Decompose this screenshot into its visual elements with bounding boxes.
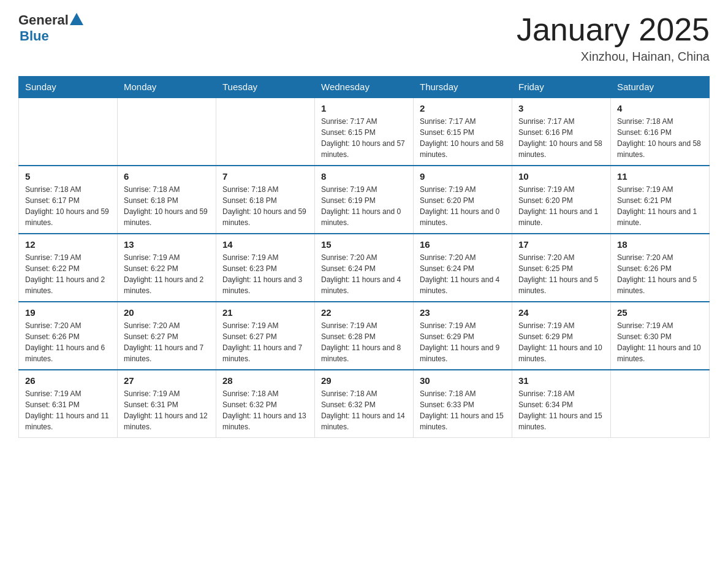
cell-day-number: 5 (25, 171, 111, 182)
calendar-header-row: Sunday Monday Tuesday Wednesday Thursday… (19, 77, 710, 98)
calendar-week-row: 1Sunrise: 7:17 AMSunset: 6:15 PMDaylight… (19, 98, 710, 166)
cell-info-text: Sunrise: 7:19 AMSunset: 6:22 PMDaylight:… (124, 252, 210, 296)
cell-day-number: 2 (420, 103, 506, 113)
table-row: 26Sunrise: 7:19 AMSunset: 6:31 PMDayligh… (19, 370, 118, 438)
cell-info-text: Sunrise: 7:20 AMSunset: 6:24 PMDaylight:… (420, 252, 506, 296)
svg-marker-0 (70, 13, 83, 25)
calendar-week-row: 26Sunrise: 7:19 AMSunset: 6:31 PMDayligh… (19, 370, 710, 438)
col-wednesday: Wednesday (315, 77, 414, 98)
cell-day-number: 22 (321, 307, 407, 318)
cell-info-text: Sunrise: 7:19 AMSunset: 6:28 PMDaylight:… (321, 320, 407, 364)
cell-day-number: 16 (420, 239, 506, 250)
col-monday: Monday (118, 77, 216, 98)
cell-day-number: 20 (124, 307, 210, 318)
col-thursday: Thursday (414, 77, 512, 98)
cell-info-text: Sunrise: 7:18 AMSunset: 6:16 PMDaylight:… (617, 116, 703, 160)
cell-day-number: 10 (518, 171, 604, 182)
table-row: 28Sunrise: 7:18 AMSunset: 6:32 PMDayligh… (216, 370, 315, 438)
page-header: General Blue January 2025 Xinzhou, Haina… (18, 12, 710, 64)
cell-day-number: 28 (222, 375, 308, 386)
cell-day-number: 27 (124, 375, 210, 386)
cell-day-number: 26 (25, 375, 111, 386)
cell-day-number: 25 (617, 307, 703, 318)
table-row: 25Sunrise: 7:19 AMSunset: 6:30 PMDayligh… (611, 302, 710, 370)
cell-day-number: 18 (617, 239, 703, 250)
cell-info-text: Sunrise: 7:18 AMSunset: 6:18 PMDaylight:… (124, 184, 210, 228)
cell-info-text: Sunrise: 7:17 AMSunset: 6:16 PMDaylight:… (518, 116, 604, 160)
cell-info-text: Sunrise: 7:19 AMSunset: 6:29 PMDaylight:… (518, 320, 604, 364)
table-row: 10Sunrise: 7:19 AMSunset: 6:20 PMDayligh… (512, 166, 611, 234)
logo-triangle-icon (70, 13, 83, 25)
cell-day-number: 4 (617, 103, 703, 113)
table-row: 9Sunrise: 7:19 AMSunset: 6:20 PMDaylight… (414, 166, 512, 234)
logo-text-blue: Blue (20, 28, 49, 44)
table-row: 17Sunrise: 7:20 AMSunset: 6:25 PMDayligh… (512, 234, 611, 302)
cell-day-number: 1 (321, 103, 407, 113)
cell-info-text: Sunrise: 7:19 AMSunset: 6:31 PMDaylight:… (124, 388, 210, 432)
table-row (216, 98, 315, 166)
table-row: 30Sunrise: 7:18 AMSunset: 6:33 PMDayligh… (414, 370, 512, 438)
cell-day-number: 23 (420, 307, 506, 318)
cell-info-text: Sunrise: 7:20 AMSunset: 6:27 PMDaylight:… (124, 320, 210, 364)
cell-info-text: Sunrise: 7:18 AMSunset: 6:32 PMDaylight:… (321, 388, 407, 432)
table-row: 1Sunrise: 7:17 AMSunset: 6:15 PMDaylight… (315, 98, 414, 166)
cell-info-text: Sunrise: 7:18 AMSunset: 6:34 PMDaylight:… (518, 388, 604, 432)
title-block: January 2025 Xinzhou, Hainan, China (517, 12, 710, 64)
table-row (19, 98, 118, 166)
cell-day-number: 13 (124, 239, 210, 250)
table-row: 12Sunrise: 7:19 AMSunset: 6:22 PMDayligh… (19, 234, 118, 302)
calendar-table: Sunday Monday Tuesday Wednesday Thursday… (18, 76, 710, 438)
table-row: 15Sunrise: 7:20 AMSunset: 6:24 PMDayligh… (315, 234, 414, 302)
cell-day-number: 30 (420, 375, 506, 386)
table-row (118, 98, 216, 166)
cell-info-text: Sunrise: 7:20 AMSunset: 6:25 PMDaylight:… (518, 252, 604, 296)
cell-day-number: 15 (321, 239, 407, 250)
cell-info-text: Sunrise: 7:18 AMSunset: 6:17 PMDaylight:… (25, 184, 111, 228)
table-row: 23Sunrise: 7:19 AMSunset: 6:29 PMDayligh… (414, 302, 512, 370)
col-saturday: Saturday (611, 77, 710, 98)
table-row: 19Sunrise: 7:20 AMSunset: 6:26 PMDayligh… (19, 302, 118, 370)
calendar-week-row: 12Sunrise: 7:19 AMSunset: 6:22 PMDayligh… (19, 234, 710, 302)
cell-day-number: 17 (518, 239, 604, 250)
table-row: 27Sunrise: 7:19 AMSunset: 6:31 PMDayligh… (118, 370, 216, 438)
cell-info-text: Sunrise: 7:18 AMSunset: 6:32 PMDaylight:… (222, 388, 308, 432)
cell-info-text: Sunrise: 7:19 AMSunset: 6:23 PMDaylight:… (222, 252, 308, 296)
cell-day-number: 9 (420, 171, 506, 182)
table-row: 6Sunrise: 7:18 AMSunset: 6:18 PMDaylight… (118, 166, 216, 234)
cell-info-text: Sunrise: 7:19 AMSunset: 6:20 PMDaylight:… (518, 184, 604, 228)
table-row: 11Sunrise: 7:19 AMSunset: 6:21 PMDayligh… (611, 166, 710, 234)
table-row: 13Sunrise: 7:19 AMSunset: 6:22 PMDayligh… (118, 234, 216, 302)
cell-day-number: 31 (518, 375, 604, 386)
table-row: 4Sunrise: 7:18 AMSunset: 6:16 PMDaylight… (611, 98, 710, 166)
cell-day-number: 12 (25, 239, 111, 250)
cell-day-number: 21 (222, 307, 308, 318)
cell-day-number: 11 (617, 171, 703, 182)
cell-info-text: Sunrise: 7:19 AMSunset: 6:27 PMDaylight:… (222, 320, 308, 364)
cell-day-number: 19 (25, 307, 111, 318)
col-tuesday: Tuesday (216, 77, 315, 98)
cell-info-text: Sunrise: 7:20 AMSunset: 6:24 PMDaylight:… (321, 252, 407, 296)
calendar-week-row: 19Sunrise: 7:20 AMSunset: 6:26 PMDayligh… (19, 302, 710, 370)
cell-day-number: 3 (518, 103, 604, 113)
cell-day-number: 24 (518, 307, 604, 318)
cell-info-text: Sunrise: 7:20 AMSunset: 6:26 PMDaylight:… (25, 320, 111, 364)
table-row: 16Sunrise: 7:20 AMSunset: 6:24 PMDayligh… (414, 234, 512, 302)
cell-info-text: Sunrise: 7:19 AMSunset: 6:21 PMDaylight:… (617, 184, 703, 228)
cell-info-text: Sunrise: 7:19 AMSunset: 6:20 PMDaylight:… (420, 184, 506, 228)
cell-info-text: Sunrise: 7:18 AMSunset: 6:18 PMDaylight:… (222, 184, 308, 228)
table-row: 2Sunrise: 7:17 AMSunset: 6:15 PMDaylight… (414, 98, 512, 166)
table-row: 29Sunrise: 7:18 AMSunset: 6:32 PMDayligh… (315, 370, 414, 438)
calendar-week-row: 5Sunrise: 7:18 AMSunset: 6:17 PMDaylight… (19, 166, 710, 234)
cell-info-text: Sunrise: 7:20 AMSunset: 6:26 PMDaylight:… (617, 252, 703, 296)
cell-info-text: Sunrise: 7:19 AMSunset: 6:22 PMDaylight:… (25, 252, 111, 296)
table-row: 21Sunrise: 7:19 AMSunset: 6:27 PMDayligh… (216, 302, 315, 370)
table-row (611, 370, 710, 438)
cell-day-number: 6 (124, 171, 210, 182)
table-row: 5Sunrise: 7:18 AMSunset: 6:17 PMDaylight… (19, 166, 118, 234)
table-row: 8Sunrise: 7:19 AMSunset: 6:19 PMDaylight… (315, 166, 414, 234)
table-row: 18Sunrise: 7:20 AMSunset: 6:26 PMDayligh… (611, 234, 710, 302)
cell-info-text: Sunrise: 7:17 AMSunset: 6:15 PMDaylight:… (420, 116, 506, 160)
cell-day-number: 8 (321, 171, 407, 182)
col-sunday: Sunday (19, 77, 118, 98)
cell-info-text: Sunrise: 7:17 AMSunset: 6:15 PMDaylight:… (321, 116, 407, 160)
